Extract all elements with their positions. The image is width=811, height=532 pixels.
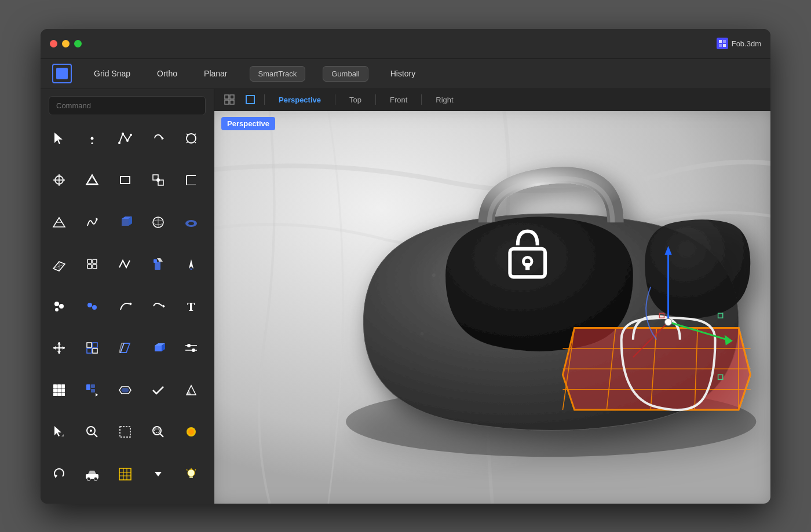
svg-rect-84 — [61, 392, 65, 396]
sidebar: T — [41, 89, 214, 504]
svg-point-109 — [94, 477, 97, 480]
svg-point-7 — [118, 142, 120, 144]
tool-dashed-rect[interactable] — [111, 418, 139, 446]
tool-sphere[interactable] — [144, 208, 172, 236]
svg-point-25 — [156, 178, 160, 182]
svg-marker-69 — [155, 346, 162, 351]
smart-track-button[interactable]: SmartTrack — [250, 66, 306, 82]
tool-triangle[interactable] — [78, 166, 106, 194]
tool-pan[interactable] — [45, 166, 73, 194]
tool-sliders[interactable] — [177, 334, 205, 362]
tool-dropdown-arrow[interactable] — [144, 460, 172, 488]
tool-torus[interactable] — [177, 208, 205, 236]
tool-spline[interactable] — [78, 208, 106, 236]
command-input[interactable] — [49, 96, 206, 115]
grid-snap-button[interactable]: Grid Snap — [89, 67, 135, 80]
fullscreen-button[interactable] — [74, 40, 82, 47]
tool-light[interactable] — [177, 460, 205, 488]
tool-box-3d[interactable] — [111, 208, 139, 236]
viewport-grid-icon[interactable] — [220, 91, 239, 108]
tool-grid-render[interactable] — [111, 460, 139, 488]
tool-fillet[interactable] — [177, 166, 205, 194]
tool-grid-dots[interactable] — [78, 334, 106, 362]
svg-rect-1 — [723, 40, 726, 43]
window-title: Fob.3dm — [732, 39, 761, 48]
planar-button[interactable]: Planar — [199, 67, 232, 80]
svg-rect-138 — [525, 263, 529, 270]
tool-cage-edit[interactable] — [144, 250, 172, 278]
svg-rect-121 — [225, 95, 229, 99]
svg-line-16 — [195, 142, 196, 143]
tool-box-blue[interactable] — [144, 334, 172, 362]
tab-right[interactable]: Right — [426, 93, 462, 107]
3d-scene-svg — [214, 111, 770, 504]
tool-grid9[interactable] — [45, 376, 73, 404]
tool-checkmark[interactable] — [144, 376, 172, 404]
svg-rect-3 — [723, 44, 726, 47]
svg-marker-94 — [61, 434, 64, 436]
tool-circle-select[interactable] — [177, 124, 205, 152]
viewport-icon-button[interactable] — [52, 64, 72, 83]
viewport-icon — [56, 68, 68, 79]
tab-perspective[interactable]: Perspective — [269, 93, 330, 107]
svg-line-119 — [187, 469, 188, 471]
svg-marker-48 — [189, 269, 193, 270]
tool-text[interactable]: T — [177, 292, 205, 320]
tool-move[interactable] — [45, 334, 73, 362]
svg-marker-29 — [122, 219, 129, 226]
svg-rect-85 — [86, 384, 90, 390]
tool-zoom-window[interactable] — [144, 418, 172, 446]
tool-arc[interactable] — [111, 292, 139, 320]
tab-front[interactable]: Front — [381, 93, 417, 107]
tool-shear[interactable] — [111, 334, 139, 362]
tool-select[interactable] — [45, 124, 73, 152]
tool-car[interactable] — [78, 460, 106, 488]
svg-point-36 — [188, 222, 194, 225]
svg-point-50 — [59, 304, 64, 309]
svg-point-10 — [130, 134, 132, 136]
main-content: T — [41, 89, 770, 504]
viewport-single-icon[interactable] — [241, 91, 260, 108]
tool-surface[interactable] — [45, 250, 73, 278]
tool-arc2[interactable] — [144, 292, 172, 320]
history-button[interactable]: History — [386, 67, 421, 80]
svg-point-108 — [87, 477, 90, 480]
svg-point-100 — [153, 427, 161, 435]
tool-marker[interactable] — [177, 250, 205, 278]
svg-rect-117 — [189, 476, 193, 478]
ortho-button[interactable]: Ortho — [152, 67, 182, 80]
tool-rotate[interactable] — [144, 124, 172, 152]
tool-zoom-in[interactable] — [78, 418, 106, 446]
tool-undo[interactable] — [45, 460, 73, 488]
tool-unfold[interactable] — [177, 376, 205, 404]
tool-transform[interactable] — [144, 166, 172, 194]
svg-rect-42 — [87, 265, 92, 269]
tab-top[interactable]: Top — [340, 93, 371, 107]
close-button[interactable] — [50, 40, 57, 47]
gumball-button[interactable]: Gumball — [323, 66, 368, 82]
svg-rect-2 — [719, 44, 722, 47]
tool-array[interactable] — [78, 376, 106, 404]
tool-curve[interactable] — [111, 124, 139, 152]
svg-line-13 — [187, 134, 188, 135]
tool-zigzag[interactable] — [111, 250, 139, 278]
svg-marker-46 — [157, 258, 163, 262]
tool-puzzle[interactable] — [78, 250, 106, 278]
tool-point[interactable] — [78, 124, 106, 152]
tool-unwrap[interactable] — [111, 376, 139, 404]
tool-dots-2[interactable] — [78, 292, 106, 320]
tool-perspective-grid[interactable] — [45, 208, 73, 236]
tool-select-arrow[interactable] — [45, 418, 73, 446]
svg-point-51 — [55, 308, 59, 311]
tool-dots-cluster[interactable] — [45, 292, 73, 320]
svg-line-98 — [94, 434, 97, 437]
svg-marker-6 — [91, 142, 93, 144]
tool-rect[interactable] — [111, 166, 139, 194]
svg-point-128 — [432, 273, 436, 277]
minimize-button[interactable] — [62, 40, 70, 47]
3d-viewport[interactable]: Perspective — [214, 111, 770, 504]
tab-divider — [264, 94, 265, 105]
svg-marker-88 — [96, 393, 98, 397]
tool-render-preview[interactable] — [177, 418, 205, 446]
traffic-lights — [50, 40, 82, 47]
